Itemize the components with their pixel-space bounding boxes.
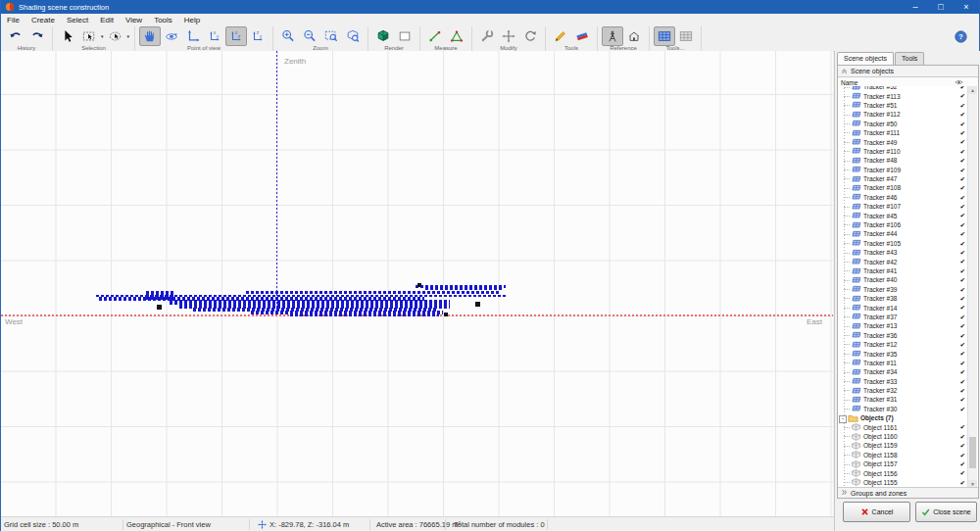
view-xz-button[interactable]: xz [225, 26, 247, 46]
visibility-check-icon[interactable]: ✔ [960, 275, 965, 284]
pan-hand-button[interactable] [139, 26, 161, 46]
scroll-thumb[interactable] [969, 437, 976, 468]
visibility-check-icon[interactable]: ✔ [960, 313, 965, 321]
tree-item-row[interactable]: Tracker #48✔ [838, 156, 978, 165]
zoom-window-button[interactable] [320, 26, 342, 46]
tree-item-row[interactable]: Tracker #39✔ [838, 285, 978, 294]
tree-item-row[interactable]: Tracker #35✔ [838, 349, 978, 358]
scroll-up-icon[interactable]: ▲ [968, 86, 977, 94]
tree-item-row[interactable]: Tracker #37✔ [838, 313, 978, 321]
visibility-check-icon[interactable]: ✔ [960, 478, 965, 487]
tree-item-row[interactable]: Tracker #34✔ [838, 367, 978, 376]
tree-item-row[interactable]: Tracker #108✔ [838, 183, 978, 192]
visibility-check-icon[interactable]: ✔ [960, 331, 965, 340]
undo-button[interactable] [5, 26, 26, 46]
visibility-eye-icon[interactable] [955, 78, 963, 86]
orbit-button[interactable] [161, 26, 182, 46]
groups-and-zones-bar[interactable]: Groups and zones [838, 487, 978, 498]
menu-help[interactable]: Help [178, 15, 206, 25]
tree-item-row[interactable]: Object 1159✔ [838, 441, 978, 450]
tree-item-row[interactable]: Tracker #109✔ [838, 166, 978, 174]
visibility-check-icon[interactable]: ✔ [960, 395, 965, 404]
measure-angle-button[interactable] [446, 26, 467, 46]
visibility-check-icon[interactable]: ✔ [960, 451, 965, 459]
visibility-check-icon[interactable]: ✔ [960, 101, 965, 110]
tree-item-row[interactable]: Tracker #33✔ [838, 377, 978, 386]
visibility-check-icon[interactable]: ✔ [960, 147, 965, 156]
tree-item-row[interactable]: Tracker #45✔ [838, 211, 978, 219]
tree-item-row[interactable]: Tracker #44✔ [838, 229, 978, 238]
menu-file[interactable]: File [1, 15, 25, 25]
tree-item-row[interactable]: Tracker #36✔ [838, 331, 978, 340]
visibility-check-icon[interactable]: ✔ [960, 239, 965, 248]
tree-item-row[interactable]: Object 1156✔ [838, 468, 978, 477]
menu-edit[interactable]: Edit [94, 15, 120, 25]
tree-item-row[interactable]: Tracker #46✔ [838, 193, 978, 202]
lasso-select-button[interactable] [105, 26, 126, 46]
tree-item-row[interactable]: Object 1160✔ [838, 432, 978, 441]
menu-tools[interactable]: Tools [148, 15, 178, 25]
visibility-check-icon[interactable]: ✔ [960, 202, 965, 211]
zoom-out-button[interactable] [299, 26, 320, 46]
grid-active-button[interactable] [654, 26, 675, 46]
section-header[interactable]: Scene objects [838, 66, 978, 77]
tree-item-row[interactable]: Tracker #41✔ [838, 266, 978, 275]
visibility-check-icon[interactable]: ✔ [960, 340, 965, 349]
tree-item-row[interactable]: Object 1158✔ [838, 451, 978, 459]
tab-tools[interactable]: Tools [895, 52, 924, 65]
tree-item-row[interactable]: Tracker #42✔ [838, 257, 978, 266]
help-icon[interactable]: ? [955, 29, 967, 42]
house-button[interactable] [623, 26, 645, 46]
tree-item-row[interactable]: Tracker #112✔ [838, 110, 978, 119]
visibility-check-icon[interactable]: ✔ [960, 229, 965, 238]
visibility-check-icon[interactable]: ✔ [960, 359, 965, 367]
tree-item-row[interactable]: Tracker #13✔ [838, 321, 978, 330]
visibility-check-icon[interactable]: ✔ [960, 386, 965, 395]
visibility-check-icon[interactable]: ✔ [960, 377, 965, 386]
antenna-button[interactable] [602, 26, 623, 46]
visibility-check-icon[interactable]: ✔ [960, 211, 965, 219]
visibility-check-icon[interactable]: ✔ [960, 294, 965, 303]
tree-item-row[interactable]: Object 1157✔ [838, 459, 978, 468]
wireframe-button[interactable] [394, 26, 416, 46]
tree-group-row[interactable]: -Objects (7) [838, 413, 978, 422]
pencil-button[interactable] [550, 26, 571, 46]
tree-item-row[interactable]: Tracker #105✔ [838, 239, 978, 248]
tree-item-row[interactable]: Object 1161✔ [838, 422, 978, 431]
menu-view[interactable]: View [120, 15, 148, 25]
visibility-check-icon[interactable]: ✔ [960, 468, 965, 477]
tree-item-row[interactable]: Tracker #113✔ [838, 91, 978, 100]
visibility-check-icon[interactable]: ✔ [960, 432, 965, 441]
grid-inactive-button[interactable] [675, 26, 697, 46]
menu-create[interactable]: Create [25, 15, 61, 25]
render-cube-button[interactable] [372, 26, 394, 46]
tree-item-row[interactable]: Tracker #40✔ [838, 275, 978, 284]
visibility-check-icon[interactable]: ✔ [960, 137, 965, 146]
visibility-check-icon[interactable]: ✔ [960, 220, 965, 229]
tree-item-row[interactable]: Tracker #11✔ [838, 359, 978, 367]
measure-line-button[interactable] [424, 26, 446, 46]
scene-canvas[interactable]: Zenith West East [1, 51, 833, 516]
axes-button[interactable] [182, 26, 204, 46]
cancel-button[interactable]: Cancel [843, 502, 910, 522]
tree-item-row[interactable]: Tracker #51✔ [838, 101, 978, 110]
visibility-check-icon[interactable]: ✔ [960, 459, 965, 468]
visibility-check-icon[interactable]: ✔ [960, 110, 965, 119]
visibility-check-icon[interactable]: ✔ [960, 257, 965, 266]
dropdown-caret-icon[interactable]: ▾ [101, 33, 104, 39]
visibility-check-icon[interactable]: ✔ [960, 128, 965, 137]
eraser-button[interactable] [571, 26, 593, 46]
visibility-check-icon[interactable]: ✔ [960, 367, 965, 376]
visibility-check-icon[interactable]: ✔ [960, 183, 965, 192]
visibility-check-icon[interactable]: ✔ [960, 405, 965, 413]
view-xy-button[interactable]: xy [204, 26, 225, 46]
visibility-check-icon[interactable]: ✔ [960, 441, 965, 450]
move-button[interactable] [498, 26, 519, 46]
tree-item-row[interactable]: Tracker #31✔ [838, 395, 978, 404]
visibility-check-icon[interactable]: ✔ [960, 285, 965, 294]
tree-item-row[interactable]: Tracker #32✔ [838, 386, 978, 395]
visibility-check-icon[interactable]: ✔ [960, 422, 965, 431]
view-zy-button[interactable]: zy [247, 26, 269, 46]
menu-select[interactable]: Select [61, 15, 94, 25]
visibility-check-icon[interactable]: ✔ [960, 321, 965, 330]
